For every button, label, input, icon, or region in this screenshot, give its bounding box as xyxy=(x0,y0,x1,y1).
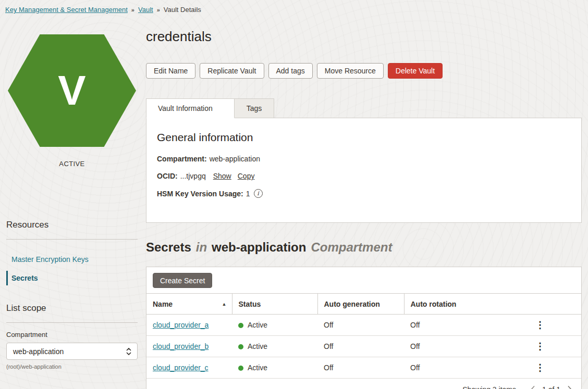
move-resource-button[interactable]: Move Resource xyxy=(317,63,384,79)
hsm-key-version-field: HSM Key Version Usage: 1 i xyxy=(157,189,571,198)
edit-name-button[interactable]: Edit Name xyxy=(146,63,195,79)
table-header-row: Name ▲ Status Auto generation Auto rotat… xyxy=(146,294,581,315)
table-row: cloud_provider_c Active Off Off ⋮ xyxy=(146,357,581,379)
tab-vault-information[interactable]: Vault Information xyxy=(146,98,235,118)
auto-rotation-value: Off xyxy=(404,315,493,336)
vault-status-label: ACTIVE xyxy=(6,160,138,168)
row-actions-kebab-icon[interactable]: ⋮ xyxy=(530,340,550,353)
breadcrumb-current: Vault Details xyxy=(164,6,201,14)
in-word: in xyxy=(196,240,207,254)
auto-generation-value: Off xyxy=(317,315,404,336)
compartment-select-value: web-application xyxy=(13,347,64,356)
table-footer: Showing 3 items 1 of 1 xyxy=(146,379,581,389)
resources-section: Resources Master Encryption Keys Secrets xyxy=(6,220,138,286)
info-icon[interactable]: i xyxy=(254,189,263,198)
previous-page-chevron-icon[interactable] xyxy=(529,384,537,389)
breadcrumb: Key Management & Secret Management » Vau… xyxy=(0,0,588,14)
create-secret-button[interactable]: Create Secret xyxy=(153,273,212,288)
vault-icon-letter: V xyxy=(58,70,85,111)
add-tags-button[interactable]: Add tags xyxy=(268,63,313,79)
secret-name-link[interactable]: cloud_provider_b xyxy=(153,342,209,350)
hsm-field-value: 1 xyxy=(246,190,250,198)
secret-name-link[interactable]: cloud_provider_c xyxy=(153,363,209,372)
column-header-status[interactable]: Status xyxy=(232,294,317,315)
list-scope-heading: List scope xyxy=(6,303,138,313)
auto-generation-value: Off xyxy=(317,336,404,357)
compartment-select[interactable]: web-application xyxy=(6,343,138,360)
ocid-show-link[interactable]: Show xyxy=(213,172,231,180)
page-indicator: 1 of 1 xyxy=(542,385,560,389)
row-actions-kebab-icon[interactable]: ⋮ xyxy=(530,361,550,374)
page-layout: V ACTIVE Resources Master Encryption Key… xyxy=(0,14,588,389)
next-page-chevron-icon[interactable] xyxy=(566,384,574,389)
compartment-path: (root)/web-application xyxy=(6,363,138,370)
row-actions-kebab-icon[interactable]: ⋮ xyxy=(530,318,550,332)
compartment-word: Compartment xyxy=(311,240,392,254)
secrets-compartment-name: web-application xyxy=(212,240,306,254)
resources-heading: Resources xyxy=(6,220,138,230)
status-active-icon xyxy=(238,323,243,328)
breadcrumb-separator-icon: » xyxy=(157,7,160,13)
delete-vault-button[interactable]: Delete Vault xyxy=(388,63,443,79)
secrets-table: Name ▲ Status Auto generation Auto rotat… xyxy=(146,293,581,379)
action-buttons: Edit Name Replicate Vault Add tags Move … xyxy=(146,63,582,79)
column-header-label: Name xyxy=(153,300,173,308)
ocid-copy-link[interactable]: Copy xyxy=(238,172,255,180)
sidebar: V ACTIVE Resources Master Encryption Key… xyxy=(0,14,145,389)
table-row: cloud_provider_b Active Off Off ⋮ xyxy=(146,336,581,357)
select-updown-chevron-icon xyxy=(126,347,132,356)
table-row: cloud_provider_a Active Off Off ⋮ xyxy=(146,315,581,336)
vault-hexagon-icon: V xyxy=(8,34,136,147)
ocid-field-value: ...tjvpgq xyxy=(180,172,206,180)
auto-generation-value: Off xyxy=(317,357,404,379)
detail-tabs: Vault Information Tags xyxy=(146,98,582,118)
secrets-section-heading: Secretsinweb-applicationCompartment xyxy=(146,240,582,255)
breadcrumb-link-vault[interactable]: Vault xyxy=(138,6,153,14)
compartment-field-value: web-application xyxy=(210,155,260,163)
replicate-vault-button[interactable]: Replicate Vault xyxy=(200,63,264,79)
column-header-name[interactable]: Name ▲ xyxy=(146,294,232,315)
ocid-field-label: OCID: xyxy=(157,172,178,180)
secrets-toolbar: Create Secret xyxy=(146,267,581,293)
divider xyxy=(6,322,138,323)
status-text: Active xyxy=(248,342,267,350)
showing-items-text: Showing 3 items xyxy=(462,385,516,389)
secrets-table-panel: Create Secret Name ▲ Status xyxy=(146,267,582,389)
status-text: Active xyxy=(248,363,267,372)
compartment-field-label: Compartment: xyxy=(157,155,207,163)
status-active-icon xyxy=(238,366,243,371)
sidebar-item-label[interactable]: Secrets xyxy=(11,274,38,282)
auto-rotation-value: Off xyxy=(404,336,493,357)
main-content: credentials Edit Name Replicate Vault Ad… xyxy=(146,14,582,389)
sidebar-item-label[interactable]: Master Encryption Keys xyxy=(11,255,89,263)
divider xyxy=(6,239,138,240)
vault-information-panel: General information Compartment: web-app… xyxy=(146,118,582,223)
page-title: credentials xyxy=(146,29,582,45)
breadcrumb-link-key-management[interactable]: Key Management & Secret Management xyxy=(5,6,128,14)
vault-badge: V ACTIVE xyxy=(6,34,138,168)
list-scope-section: List scope Compartment web-application (… xyxy=(6,303,138,370)
status-text: Active xyxy=(248,321,267,329)
ocid-field: OCID: ...tjvpgq Show Copy xyxy=(157,172,571,180)
status-active-icon xyxy=(238,344,243,349)
resources-nav: Master Encryption Keys Secrets xyxy=(6,251,138,286)
breadcrumb-separator-icon: » xyxy=(131,7,134,13)
hsm-field-label: HSM Key Version Usage: xyxy=(157,190,243,198)
column-header-auto-generation[interactable]: Auto generation xyxy=(317,294,404,315)
general-information-heading: General information xyxy=(157,131,571,144)
column-header-actions xyxy=(493,294,581,315)
column-header-auto-rotation[interactable]: Auto rotation xyxy=(404,294,493,315)
auto-rotation-value: Off xyxy=(404,357,493,379)
compartment-label: Compartment xyxy=(6,331,138,338)
secrets-word: Secrets xyxy=(146,240,191,254)
compartment-field: Compartment: web-application xyxy=(157,155,571,163)
sidebar-item-master-encryption-keys[interactable]: Master Encryption Keys xyxy=(6,251,138,268)
sidebar-item-secrets[interactable]: Secrets xyxy=(6,270,138,286)
tab-tags[interactable]: Tags xyxy=(235,98,275,118)
sort-ascending-icon: ▲ xyxy=(222,302,227,307)
secret-name-link[interactable]: cloud_provider_a xyxy=(153,321,209,329)
